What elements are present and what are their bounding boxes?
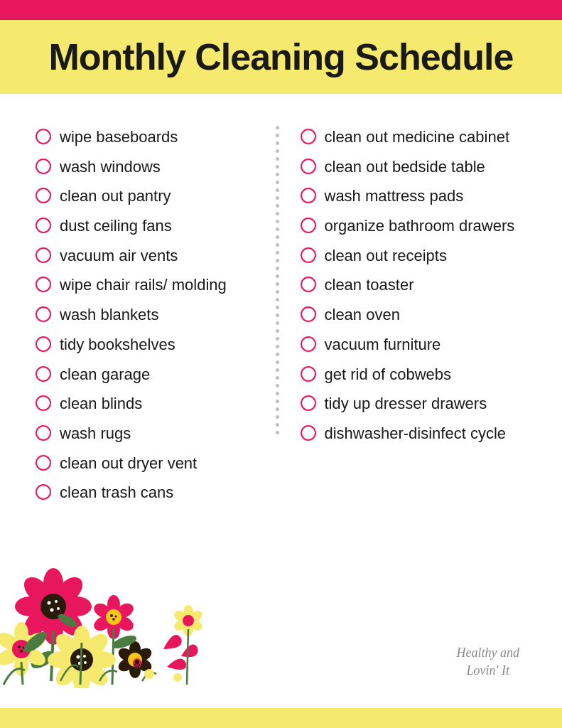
item-text: tidy bookshelves — [60, 334, 175, 355]
item-text: clean out pantry — [60, 186, 171, 207]
right-checklist-item: clean out medicine cabinet — [301, 122, 527, 152]
item-text: dust ceiling fans — [60, 215, 172, 237]
svg-point-68 — [135, 666, 136, 668]
checkbox-circle[interactable] — [36, 366, 51, 382]
checkbox-circle[interactable] — [36, 306, 51, 322]
checkbox-circle[interactable] — [36, 129, 51, 144]
item-text: tidy up dresser drawers — [325, 393, 487, 414]
checkbox-circle[interactable] — [36, 188, 51, 203]
item-text: clean out medicine cabinet — [325, 127, 510, 148]
right-checklist-item: clean out receipts — [301, 241, 527, 271]
right-checklist-item: clean oven — [301, 300, 527, 330]
item-text: clean out dryer vent — [60, 453, 197, 474]
left-checklist-item: clean blinds — [36, 389, 262, 419]
item-text: vacuum air vents — [60, 245, 178, 267]
left-column: wipe baseboards wash windows clean out p… — [36, 122, 276, 537]
svg-point-12 — [50, 609, 54, 612]
right-checklist-item: wash mattress pads — [301, 181, 527, 211]
left-checklist-item: clean garage — [36, 360, 262, 390]
checkbox-circle[interactable] — [36, 455, 51, 471]
left-checklist-item: wash blankets — [36, 300, 262, 330]
item-text: clean blinds — [60, 393, 142, 414]
checkbox-circle[interactable] — [301, 395, 316, 411]
right-checklist-item: clean toaster — [301, 270, 527, 300]
item-text: clean trash cans — [60, 482, 173, 503]
checkbox-circle[interactable] — [36, 484, 51, 500]
svg-point-46 — [77, 655, 80, 659]
top-banner — [0, 0, 562, 20]
item-text: organize bathroom drawers — [325, 215, 515, 237]
page: Monthly Cleaning Schedule wipe baseboard… — [0, 0, 562, 728]
item-text: vacuum furniture — [325, 334, 441, 355]
svg-point-9 — [48, 601, 51, 605]
right-checklist-item: get rid of cobwebs — [301, 360, 527, 390]
item-text: wipe baseboards — [60, 127, 178, 148]
left-checklist-item: clean out pantry — [36, 181, 262, 211]
content-area: wipe baseboards wash windows clean out p… — [0, 94, 562, 552]
item-text: clean garage — [60, 364, 150, 385]
svg-point-35 — [112, 618, 115, 621]
right-checklist-item: organize bathroom drawers — [301, 211, 527, 241]
svg-point-22 — [18, 646, 21, 648]
left-checklist-item: dust ceiling fans — [36, 211, 262, 241]
checkbox-circle[interactable] — [36, 159, 51, 174]
svg-point-10 — [55, 600, 58, 603]
checkbox-circle[interactable] — [36, 336, 51, 352]
right-checklist: clean out medicine cabinet clean out bed… — [301, 122, 527, 449]
checkbox-circle[interactable] — [301, 159, 316, 174]
checkbox-circle[interactable] — [36, 247, 51, 263]
left-checklist-item: wash windows — [36, 152, 262, 182]
svg-point-33 — [110, 614, 113, 617]
item-text: clean toaster — [325, 274, 414, 296]
checkbox-circle[interactable] — [36, 395, 51, 411]
item-text: wash mattress pads — [325, 186, 464, 207]
right-checklist-item: dishwasher-disinfect cycle — [301, 419, 527, 449]
checkbox-circle[interactable] — [36, 218, 51, 233]
svg-point-61 — [144, 669, 154, 679]
checkbox-circle[interactable] — [301, 218, 316, 233]
item-text: clean oven — [325, 304, 400, 326]
item-text: wipe chair rails/ molding — [60, 274, 227, 296]
svg-point-47 — [83, 655, 86, 658]
checkbox-circle[interactable] — [301, 129, 316, 144]
checkbox-circle[interactable] — [36, 277, 51, 292]
page-title: Monthly Cleaning Schedule — [21, 36, 541, 78]
right-checklist-item: clean out bedside table — [301, 152, 527, 182]
item-text: clean out receipts — [325, 245, 447, 267]
left-checklist-item: tidy bookshelves — [36, 330, 262, 360]
svg-point-24 — [20, 650, 23, 653]
svg-point-62 — [173, 673, 182, 682]
right-column: clean out medicine cabinet clean out bed… — [279, 122, 527, 537]
svg-point-76 — [183, 615, 194, 626]
left-checklist-item: wash rugs — [36, 419, 262, 449]
right-checklist-item: tidy up dresser drawers — [301, 389, 527, 419]
item-text: wash blankets — [60, 304, 158, 326]
checkbox-circle[interactable] — [301, 366, 316, 382]
svg-line-77 — [187, 629, 188, 685]
left-checklist: wipe baseboards wash windows clean out p… — [36, 122, 262, 508]
item-text: wash windows — [60, 156, 161, 178]
branding-line2: Lovin' It — [467, 663, 509, 678]
item-text: clean out bedside table — [325, 156, 485, 178]
checkbox-circle[interactable] — [301, 188, 316, 203]
svg-point-34 — [115, 616, 117, 618]
flowers-decoration — [0, 550, 227, 688]
bottom-banner — [0, 708, 562, 728]
checkbox-circle[interactable] — [301, 336, 316, 352]
branding: Healthy and Lovin' It — [457, 644, 519, 680]
svg-point-69 — [138, 666, 139, 668]
left-checklist-item: clean out dryer vent — [36, 449, 262, 478]
left-checklist-item: wipe chair rails/ molding — [36, 270, 262, 300]
checkbox-circle[interactable] — [36, 425, 51, 441]
checkbox-circle[interactable] — [301, 425, 316, 441]
svg-point-67 — [139, 664, 141, 666]
item-text: dishwasher-disinfect cycle — [325, 423, 507, 444]
checkbox-circle[interactable] — [301, 306, 316, 322]
bottom-decoration-area: Healthy and Lovin' It — [0, 552, 562, 708]
checkbox-circle[interactable] — [301, 277, 316, 292]
left-checklist-item: vacuum air vents — [36, 241, 262, 271]
left-checklist-item: wipe baseboards — [36, 122, 262, 152]
svg-point-48 — [84, 661, 87, 664]
svg-line-50 — [80, 643, 82, 685]
checkbox-circle[interactable] — [301, 247, 316, 263]
